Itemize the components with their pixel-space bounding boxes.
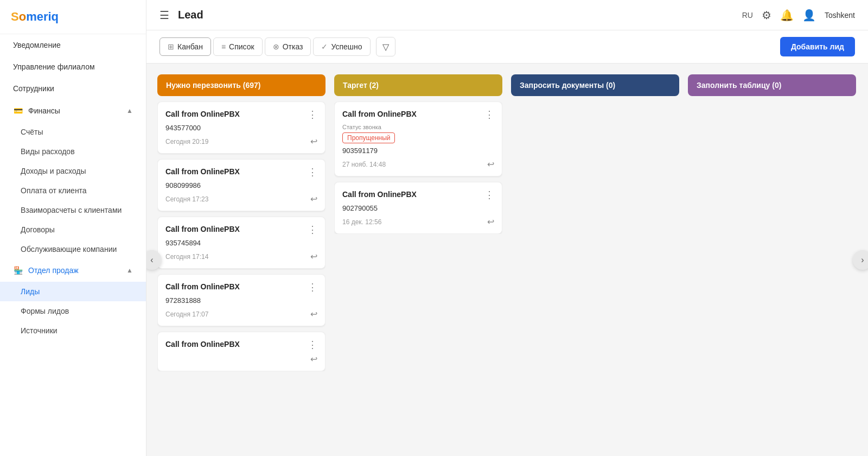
sidebar-item-branch-management[interactable]: Управление филиалом <box>0 56 146 78</box>
kanban-icon: ⊞ <box>168 42 174 51</box>
sales-icon: 🏪 <box>13 265 23 275</box>
card-title: Call from OnlinePBX <box>342 190 417 199</box>
col-target-cards: Call from OnlinePBX ⋮ Статус звонка Проп… <box>334 102 502 234</box>
phone-icon[interactable]: ↩ <box>487 217 494 227</box>
finances-chevron: ▲ <box>126 107 133 115</box>
list-icon: ≡ <box>221 42 226 51</box>
add-lead-button[interactable]: Добавить лид <box>780 37 855 56</box>
phone-icon[interactable]: ↩ <box>487 159 494 169</box>
col-target-header: Таргет (2) <box>334 74 502 96</box>
table-row[interactable]: Call from OnlinePBX ⋮ 935745894 Сегодня … <box>157 217 326 269</box>
kanban-col-target: Таргет (2) Call from OnlinePBX ⋮ Статус … <box>334 74 502 234</box>
phone-icon[interactable]: ↩ <box>310 251 317 262</box>
filter-icon: ▽ <box>382 42 389 52</box>
tab-success[interactable]: ✓ Успешно <box>313 37 370 56</box>
language-selector[interactable]: RU <box>742 11 753 20</box>
table-row[interactable]: Call from OnlinePBX ⋮ 902790055 16 дек. … <box>334 182 502 234</box>
sidebar-item-lead-forms[interactable]: Формы лидов <box>0 301 146 321</box>
sidebar-item-notification[interactable]: Уведомление <box>0 34 146 56</box>
menu-icon[interactable]: ☰ <box>159 9 169 22</box>
card-phone: 902790055 <box>342 204 494 212</box>
reject-icon: ⊗ <box>273 42 279 51</box>
sidebar-item-accounts[interactable]: Счёты <box>0 122 146 142</box>
card-time: Сегодня 17:23 <box>165 195 208 203</box>
sidebar-item-client-settlements[interactable]: Взаиморасчеты с клиентами <box>0 200 146 220</box>
card-menu-icon[interactable]: ⋮ <box>308 340 317 350</box>
card-title: Call from OnlinePBX <box>342 110 417 118</box>
card-time: Сегодня 20:19 <box>165 138 208 145</box>
sidebar-section-sales[interactable]: 🏪 Отдел продаж ▲ <box>0 259 146 282</box>
sidebar-item-expense-types[interactable]: Виды расходов <box>0 142 146 161</box>
phone-icon[interactable]: ↩ <box>310 309 317 319</box>
card-time: 16 дек. 12:56 <box>342 218 381 226</box>
card-title: Call from OnlinePBX <box>165 225 240 233</box>
card-badge: Пропущенный <box>342 132 395 143</box>
card-phone: 972831888 <box>165 296 317 305</box>
sidebar-logo: Someriq <box>0 0 146 34</box>
card-phone: 943577000 <box>165 124 317 132</box>
page-title: Lead <box>178 9 733 21</box>
col-request-docs-header: Запросить документы (0) <box>511 74 679 96</box>
sales-chevron: ▲ <box>126 267 133 274</box>
header-right: RU ⚙ 🔔 👤 Toshkent <box>742 9 855 22</box>
card-menu-icon[interactable]: ⋮ <box>308 282 317 292</box>
sidebar: Someriq Уведомление Управление филиалом … <box>0 0 146 456</box>
table-row[interactable]: Call from OnlinePBX ⋮ 943577000 Сегодня … <box>157 102 326 154</box>
card-title: Call from OnlinePBX <box>165 282 240 291</box>
table-row[interactable]: Call from OnlinePBX ⋮ Статус звонка Проп… <box>334 102 502 176</box>
card-menu-icon[interactable]: ⋮ <box>308 167 317 177</box>
phone-icon[interactable]: ↩ <box>310 354 317 364</box>
table-row[interactable]: Call from OnlinePBX ⋮ 972831888 Сегодня … <box>157 274 326 326</box>
tab-reject[interactable]: ⊗ Отказ <box>265 37 311 56</box>
card-menu-icon[interactable]: ⋮ <box>484 190 494 200</box>
table-row[interactable]: Call from OnlinePBX ⋮ ↩ <box>157 332 326 371</box>
card-menu-icon[interactable]: ⋮ <box>308 110 317 119</box>
sidebar-item-contracts[interactable]: Договоры <box>0 220 146 239</box>
sidebar-item-income-expense[interactable]: Доходы и расходы <box>0 161 146 181</box>
success-icon: ✓ <box>321 42 328 51</box>
card-status-label: Статус звонка <box>342 124 494 130</box>
card-time: 27 нояб. 14:48 <box>342 161 386 168</box>
card-title: Call from OnlinePBX <box>165 167 240 176</box>
tab-list[interactable]: ≡ Список <box>213 37 263 56</box>
sidebar-item-employees[interactable]: Сотрудники <box>0 78 146 99</box>
card-phone: 935745894 <box>165 239 317 247</box>
card-phone: 908099986 <box>165 181 317 189</box>
settings-icon[interactable]: ⚙ <box>762 9 771 22</box>
kanban-col-request-docs: Запросить документы (0) <box>511 74 679 102</box>
col-fill-table-header: Заполнить таблицу (0) <box>688 74 856 96</box>
main-content: ☰ Lead RU ⚙ 🔔 👤 Toshkent ⊞ Канбан ≡ Спис… <box>146 0 868 456</box>
tab-kanban[interactable]: ⊞ Канбан <box>159 37 211 56</box>
phone-icon[interactable]: ↩ <box>310 136 317 147</box>
card-menu-icon[interactable]: ⋮ <box>308 225 317 235</box>
notifications-icon[interactable]: 🔔 <box>780 9 794 22</box>
user-icon[interactable]: 👤 <box>802 9 816 22</box>
col-callback-cards: Call from OnlinePBX ⋮ 943577000 Сегодня … <box>157 102 326 371</box>
card-time: Сегодня 17:14 <box>165 253 208 261</box>
card-phone: 903591179 <box>342 147 494 155</box>
card-time: Сегодня 17:07 <box>165 311 208 318</box>
col-callback-header: Нужно перезвонить (697) <box>157 74 326 96</box>
scroll-right-arrow[interactable]: › <box>853 250 868 270</box>
sidebar-item-service-companies[interactable]: Обслуживающие компании <box>0 239 146 259</box>
filter-button[interactable]: ▽ <box>376 37 395 56</box>
card-title: Call from OnlinePBX <box>165 110 240 118</box>
header: ☰ Lead RU ⚙ 🔔 👤 Toshkent <box>146 0 868 30</box>
sidebar-item-client-payment[interactable]: Оплата от клиента <box>0 181 146 200</box>
phone-icon[interactable]: ↩ <box>310 194 317 204</box>
sidebar-item-sources[interactable]: Источники <box>0 321 146 340</box>
kanban-col-callback: Нужно перезвонить (697) Call from Online… <box>157 74 326 371</box>
kanban-col-fill-table: Заполнить таблицу (0) <box>688 74 856 102</box>
table-row[interactable]: Call from OnlinePBX ⋮ 908099986 Сегодня … <box>157 159 326 211</box>
user-location[interactable]: Toshkent <box>825 11 855 20</box>
finances-icon: 💳 <box>13 106 23 116</box>
card-title: Call from OnlinePBX <box>165 340 240 349</box>
sidebar-item-leads[interactable]: Лиды <box>0 282 146 301</box>
toolbar: ⊞ Канбан ≡ Список ⊗ Отказ ✓ Успешно ▽ До… <box>146 30 868 64</box>
kanban-board: ‹ Нужно перезвонить (697) Call from Onli… <box>146 64 868 456</box>
sidebar-section-finances[interactable]: 💳 Финансы ▲ <box>0 99 146 122</box>
card-menu-icon[interactable]: ⋮ <box>484 110 494 119</box>
